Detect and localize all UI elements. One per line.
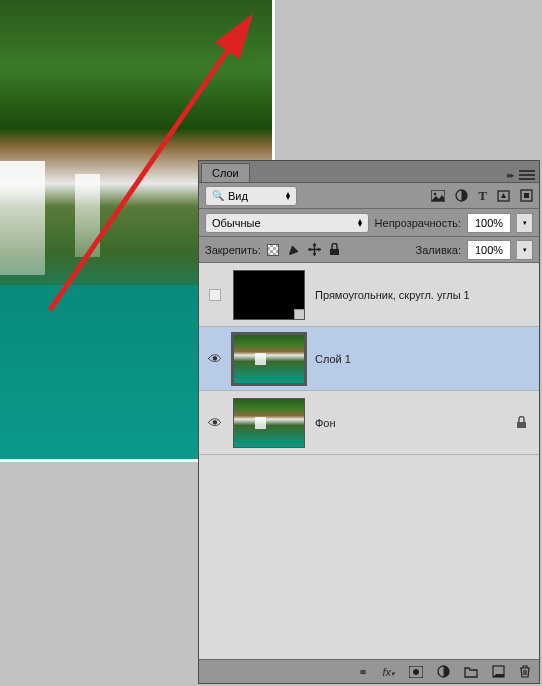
layer-thumbnail[interactable] bbox=[233, 398, 305, 448]
panel-menu-icon[interactable] bbox=[519, 168, 535, 182]
lock-toolbar: Закрепить: Заливка: 100% ▾ bbox=[199, 237, 539, 263]
lock-pixels-icon[interactable] bbox=[287, 243, 300, 256]
svg-rect-8 bbox=[517, 422, 526, 428]
filter-adjustment-icon[interactable] bbox=[455, 189, 468, 202]
opacity-label: Непрозрачность: bbox=[375, 217, 461, 229]
filter-shape-icon[interactable] bbox=[497, 190, 510, 202]
layer-filter-select[interactable]: 🔍 Вид ▴▾ bbox=[205, 186, 297, 206]
filter-image-icon[interactable] bbox=[431, 190, 445, 202]
panel-footer: ⚭ fx▾ bbox=[199, 659, 539, 683]
opacity-slider-toggle[interactable]: ▾ bbox=[517, 213, 533, 233]
layer-name[interactable]: Фон bbox=[315, 417, 506, 429]
search-icon: 🔍 bbox=[212, 190, 224, 201]
svg-rect-6 bbox=[524, 193, 529, 198]
lock-icon bbox=[516, 416, 527, 429]
opacity-input[interactable]: 100% bbox=[467, 213, 511, 233]
filter-text-icon[interactable]: T bbox=[478, 188, 487, 204]
panel-tabbar: Слои ▸▸ bbox=[199, 161, 539, 183]
lock-transparency-icon[interactable] bbox=[267, 244, 279, 256]
svg-point-2 bbox=[434, 192, 437, 195]
fx-icon[interactable]: fx▾ bbox=[382, 666, 395, 678]
svg-point-10 bbox=[413, 669, 419, 675]
layer-row[interactable]: Прямоугольник, скругл. углы 1 bbox=[199, 263, 539, 327]
lock-position-icon[interactable] bbox=[308, 243, 321, 256]
group-icon[interactable] bbox=[464, 666, 478, 678]
layer-row[interactable]: 👁 Фон bbox=[199, 391, 539, 455]
layer-name[interactable]: Прямоугольник, скругл. углы 1 bbox=[315, 289, 531, 301]
fill-label: Заливка: bbox=[416, 244, 461, 256]
filter-toolbar: 🔍 Вид ▴▾ T bbox=[199, 183, 539, 209]
layer-thumbnail[interactable] bbox=[233, 270, 305, 320]
fill-slider-toggle[interactable]: ▾ bbox=[517, 240, 533, 260]
tab-layers[interactable]: Слои bbox=[201, 163, 250, 182]
layers-list: Прямоугольник, скругл. углы 1 👁 Слой 1 👁… bbox=[199, 263, 539, 659]
svg-rect-7 bbox=[330, 249, 339, 255]
blend-mode-value: Обычные bbox=[212, 217, 261, 229]
layer-row[interactable]: 👁 Слой 1 bbox=[199, 327, 539, 391]
layer-name[interactable]: Слой 1 bbox=[315, 353, 531, 365]
fill-input[interactable]: 100% bbox=[467, 240, 511, 260]
dropdown-arrows-icon: ▴▾ bbox=[286, 192, 290, 200]
blend-mode-select[interactable]: Обычные ▴▾ bbox=[205, 213, 369, 233]
new-layer-icon[interactable] bbox=[492, 665, 505, 678]
visibility-toggle[interactable]: 👁 bbox=[208, 415, 222, 431]
filter-smartobject-icon[interactable] bbox=[520, 189, 533, 202]
blend-toolbar: Обычные ▴▾ Непрозрачность: 100% ▾ bbox=[199, 209, 539, 237]
visibility-toggle[interactable] bbox=[209, 289, 221, 301]
lock-label: Закрепить: bbox=[205, 244, 261, 256]
layers-panel: Слои ▸▸ 🔍 Вид ▴▾ T Обычные ▴▾ Непрозрачн… bbox=[198, 160, 540, 684]
link-layers-icon[interactable]: ⚭ bbox=[358, 665, 368, 679]
layer-thumbnail[interactable] bbox=[233, 334, 305, 384]
mask-icon[interactable] bbox=[409, 666, 423, 678]
adjustment-layer-icon[interactable] bbox=[437, 665, 450, 678]
visibility-toggle[interactable]: 👁 bbox=[208, 351, 222, 367]
lock-all-icon[interactable] bbox=[329, 243, 340, 256]
collapse-icon[interactable]: ▸▸ bbox=[507, 170, 513, 180]
dropdown-arrows-icon: ▴▾ bbox=[358, 219, 362, 227]
trash-icon[interactable] bbox=[519, 665, 531, 678]
filter-label: Вид bbox=[228, 190, 248, 202]
